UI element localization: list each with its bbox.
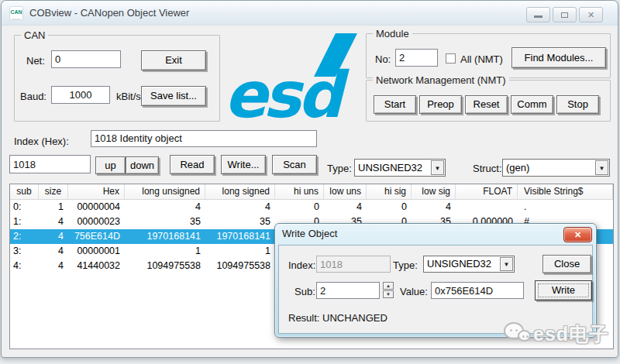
dialog-close-action-button[interactable]: Close	[542, 255, 591, 273]
dialog-value-input[interactable]	[431, 282, 524, 299]
column-header-size[interactable]: size	[39, 184, 68, 200]
column-header-long-signed[interactable]: long signed	[205, 184, 275, 200]
net-input[interactable]	[51, 50, 121, 68]
can-groupbox: CAN	[14, 35, 220, 122]
find-modules-button[interactable]: Find Modules...	[512, 47, 606, 68]
table-cell: 1970168141	[205, 229, 275, 244]
table-cell: .	[518, 200, 613, 215]
table-cell: 0	[367, 200, 412, 215]
module-group-label: Module	[373, 28, 412, 39]
nmt-button-preop[interactable]: Preop	[419, 95, 462, 114]
minimize-button[interactable]	[526, 7, 550, 22]
spinner-up-icon[interactable]: ▲	[383, 282, 394, 290]
table-cell: 4	[125, 200, 205, 215]
dialog-index-label: Index:	[288, 259, 315, 271]
table-cell: 4	[39, 229, 68, 244]
table-cell: 1:	[10, 215, 39, 229]
table-cell: 4	[324, 200, 367, 215]
index-up-button[interactable]: up	[95, 156, 126, 174]
index-hex-label: Index (Hex):	[14, 136, 69, 147]
close-button[interactable]: ✕	[579, 7, 603, 22]
minimize-icon	[534, 15, 542, 18]
save-list-button[interactable]: Save list...	[141, 86, 206, 106]
table-cell: 2:	[10, 229, 39, 244]
dialog-write-button[interactable]: Write	[535, 280, 592, 300]
table-cell: 35	[205, 215, 275, 229]
table-cell: 4	[39, 215, 68, 229]
can-group-label: CAN	[21, 29, 48, 41]
dialog-close-button[interactable]: ✕	[563, 227, 592, 242]
struct-label: Struct:	[473, 163, 502, 174]
table-cell: 4	[205, 200, 275, 215]
table-cell: 35	[125, 215, 205, 229]
baud-input[interactable]	[51, 86, 110, 104]
dialog-index-input	[316, 256, 391, 273]
table-cell: 4	[412, 200, 456, 215]
nmt-button-reset[interactable]: Reset	[465, 95, 508, 114]
chevron-down-icon[interactable]: ▼	[500, 257, 513, 271]
column-header-float[interactable]: FLOAT	[456, 184, 518, 200]
table-cell: 1	[125, 244, 205, 259]
maximize-icon	[561, 12, 568, 18]
type-combobox[interactable]: UNSIGNED32 ▼	[354, 159, 446, 177]
nmt-button-comm[interactable]: Comm	[511, 95, 553, 114]
watermark-text: esd电子	[533, 321, 609, 347]
column-header-hi-uns[interactable]: hi uns	[275, 184, 324, 200]
module-no-input[interactable]	[395, 49, 438, 67]
dialog-value-label: Value:	[400, 286, 428, 297]
table-cell: 1094975538	[205, 259, 275, 273]
nmt-group-label: Network Management (NMT)	[373, 74, 509, 86]
close-icon: ✕	[574, 230, 581, 239]
column-header-hi-sig[interactable]: hi sig	[367, 184, 412, 200]
esd-logo: esd	[222, 32, 362, 123]
column-header-visible-string-[interactable]: Visible String$	[518, 184, 613, 200]
all-nmt-checkbox[interactable]	[446, 53, 456, 64]
wechat-icon	[504, 321, 533, 347]
dialog-sub-input[interactable]	[316, 282, 380, 299]
table-cell: 1094975538	[125, 259, 205, 273]
exit-button[interactable]: Exit	[141, 50, 206, 70]
chevron-down-icon[interactable]: ▼	[595, 160, 608, 175]
dialog-title: Write Object	[282, 228, 337, 239]
window-title: COBview - CANopen Object Viewer	[29, 7, 189, 19]
index-description-field: 1018 Identity object	[91, 130, 317, 147]
table-cell: 756E614D	[68, 229, 125, 244]
baud-unit-label: kBit/s	[116, 91, 141, 102]
read-button[interactable]: Read	[170, 155, 215, 174]
table-cell: 00000023	[68, 215, 125, 229]
struct-combobox-value: (gen)	[506, 162, 529, 173]
index-input[interactable]	[9, 155, 91, 173]
esd-logo-text: esd	[224, 58, 350, 123]
net-label: Net:	[26, 55, 45, 67]
write-open-button[interactable]: Write...	[221, 155, 266, 174]
table-cell: 3:	[10, 244, 39, 259]
table-row[interactable]: 0:100000004440404.	[10, 200, 613, 215]
spinner-down-icon[interactable]: ▼	[383, 290, 394, 298]
scan-button[interactable]: Scan	[272, 155, 317, 174]
maximize-button[interactable]	[553, 7, 577, 22]
dialog-type-combobox[interactable]: UNSIGNED32 ▼	[423, 256, 515, 273]
column-header-sub[interactable]: sub	[10, 184, 39, 200]
all-nmt-label: All (NMT)	[460, 53, 503, 65]
index-down-button[interactable]: down	[126, 156, 159, 174]
main-window: CAN~~~ COBview - CANopen Object Viewer ✕…	[1, 0, 618, 358]
dialog-type-combobox-value: UNSIGNED32	[427, 258, 491, 270]
table-cell: 0:	[10, 200, 39, 215]
dialog-sub-label: Sub:	[294, 286, 315, 297]
column-header-low-uns[interactable]: low uns	[324, 184, 367, 200]
table-cell: 0	[275, 200, 324, 215]
struct-combobox[interactable]: (gen) ▼	[502, 159, 610, 177]
table-cell: 4	[39, 244, 68, 259]
sub-spinner[interactable]: ▲ ▼	[383, 282, 394, 299]
title-bar[interactable]: CAN~~~ COBview - CANopen Object Viewer ✕	[2, 1, 618, 26]
table-cell: 4	[39, 259, 68, 273]
nmt-button-stop[interactable]: Stop	[556, 95, 599, 114]
table-cell	[456, 200, 518, 215]
type-label: Type:	[327, 163, 352, 174]
column-header-long-unsigned[interactable]: long unsigned	[125, 184, 205, 200]
column-header-hex[interactable]: Hex	[68, 184, 125, 200]
nmt-button-start[interactable]: Start	[374, 95, 416, 114]
table-cell: 00000004	[68, 200, 125, 215]
chevron-down-icon[interactable]: ▼	[431, 160, 444, 175]
column-header-low-sig[interactable]: low sig	[412, 184, 456, 200]
